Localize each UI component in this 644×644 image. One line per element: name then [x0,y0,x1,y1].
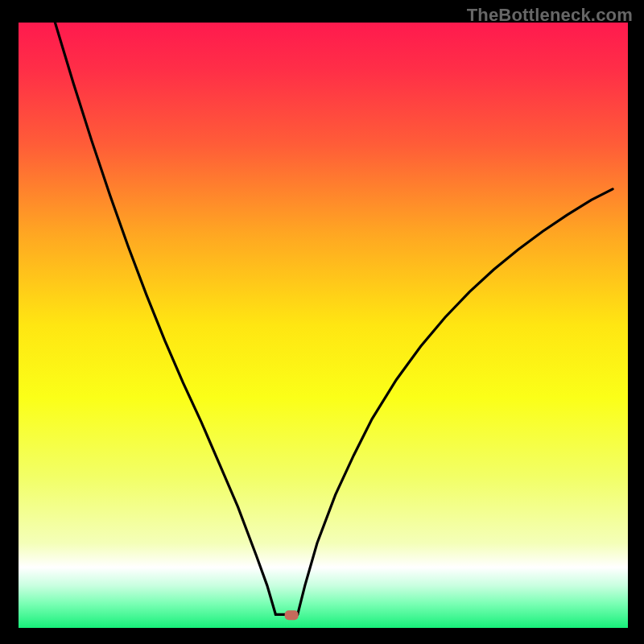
chart-svg [0,0,644,644]
gradient-background [19,23,628,628]
minimum-marker [285,610,299,620]
watermark-text: TheBottleneck.com [467,5,633,26]
chart-frame: { "watermark": "TheBottleneck.com", "cha… [0,0,644,644]
